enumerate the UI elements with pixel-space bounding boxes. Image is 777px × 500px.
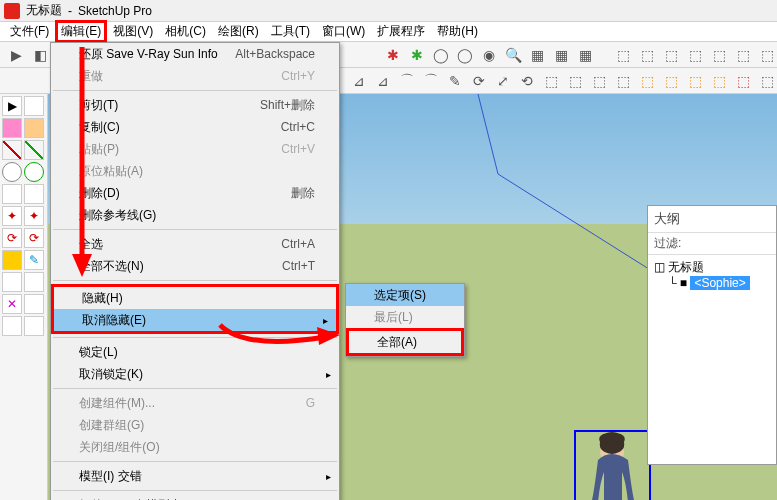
highlight-all: 全部(A): [346, 328, 464, 356]
toolbar-icon[interactable]: ◯: [431, 45, 451, 65]
arc-icon[interactable]: [24, 184, 44, 204]
toolbar-icon[interactable]: ✎: [445, 71, 465, 91]
menu-hide[interactable]: 隐藏(H): [54, 287, 336, 309]
menu-close-component[interactable]: 关闭组/组件(O): [51, 436, 339, 458]
human-figure[interactable]: [576, 432, 649, 500]
outliner-tree[interactable]: ◫ 无标题 └ ■ <Sophie>: [648, 255, 776, 294]
submenu-selected[interactable]: 选定项(S): [346, 284, 464, 306]
menu-extensions[interactable]: 扩展程序: [371, 21, 431, 42]
move-icon[interactable]: ✦: [24, 206, 44, 226]
select-tool-icon[interactable]: ▶: [6, 45, 26, 65]
eraser-icon[interactable]: [2, 118, 22, 138]
toolbar-icon[interactable]: ✱: [407, 45, 427, 65]
toolbar-icon[interactable]: ⬚: [733, 71, 753, 91]
zoom-in-icon[interactable]: 🔍: [503, 45, 523, 65]
tool-icon[interactable]: [24, 316, 44, 336]
svg-marker-6: [72, 254, 92, 277]
toolbar-icon[interactable]: ⬚: [757, 71, 777, 91]
outliner-item[interactable]: └ ■ <Sophie>: [654, 276, 770, 290]
side-view-icon[interactable]: ⬚: [685, 45, 705, 65]
menu-intersect[interactable]: 模型(I) 交错: [51, 465, 339, 487]
menu-tools[interactable]: 工具(T): [265, 21, 316, 42]
toolbar-icon[interactable]: ⌒: [421, 71, 441, 91]
outliner-title: 大纲: [648, 206, 776, 232]
outliner-filter[interactable]: 过滤:: [648, 232, 776, 255]
separator: [53, 461, 337, 462]
menu-camera[interactable]: 相机(C): [159, 21, 212, 42]
line-icon[interactable]: [2, 140, 22, 160]
front-view-icon[interactable]: ⬚: [661, 45, 681, 65]
toolbar-icon[interactable]: ◧: [30, 45, 50, 65]
annotation-arrow-down: [62, 42, 102, 285]
tool-icon[interactable]: [2, 272, 22, 292]
move-icon[interactable]: ✦: [2, 206, 22, 226]
toolbar-icon[interactable]: ⬚: [685, 71, 705, 91]
toolbar-icon[interactable]: ⤢: [493, 71, 513, 91]
toolbar-icon[interactable]: ⊿: [349, 71, 369, 91]
tool-icon[interactable]: [24, 118, 44, 138]
toolbar-icon[interactable]: ✱: [383, 45, 403, 65]
selection-box: [574, 430, 651, 500]
outliner-panel: 大纲 过滤: ◫ 无标题 └ ■ <Sophie>: [647, 205, 777, 465]
toolbar-icon[interactable]: ⬚: [637, 71, 657, 91]
menu-window[interactable]: 窗口(W): [316, 21, 371, 42]
top-view-icon[interactable]: ⬚: [637, 45, 657, 65]
annotation-arrow-right: [215, 315, 345, 358]
toolbar-icon[interactable]: ⌒: [397, 71, 417, 91]
menu-bar: 文件(F) 编辑(E) 视图(V) 相机(C) 绘图(R) 工具(T) 窗口(W…: [0, 22, 777, 42]
tape-icon[interactable]: [2, 250, 22, 270]
menu-draw[interactable]: 绘图(R): [212, 21, 265, 42]
toolbar-icon[interactable]: ⬚: [613, 71, 633, 91]
separator: [53, 490, 337, 491]
toolbar-icon[interactable]: ▦: [575, 45, 595, 65]
menu-help[interactable]: 帮助(H): [431, 21, 484, 42]
tool-icon[interactable]: [24, 294, 44, 314]
line-icon[interactable]: [24, 140, 44, 160]
menu-unlock[interactable]: 取消锁定(K): [51, 363, 339, 385]
rotate-icon[interactable]: ⟳: [24, 228, 44, 248]
view-icon[interactable]: ⬚: [709, 45, 729, 65]
tool-icon[interactable]: [24, 96, 44, 116]
submenu-last[interactable]: 最后(L): [346, 306, 464, 328]
toolbar-icon[interactable]: ◉: [479, 45, 499, 65]
view-icon[interactable]: ⬚: [733, 45, 753, 65]
rotate-icon[interactable]: ⟳: [2, 228, 22, 248]
submenu-all[interactable]: 全部(A): [349, 331, 461, 353]
title-app: SketchUp Pro: [78, 4, 152, 18]
toolbar-icon[interactable]: ▦: [551, 45, 571, 65]
menu-edit[interactable]: 编辑(E): [55, 20, 107, 43]
select-icon[interactable]: ▶: [2, 96, 22, 116]
unhide-submenu: 选定项(S) 最后(L) 全部(A): [345, 283, 465, 357]
left-toolbar: ▶ ✦ ✦ ⟳ ⟳ ✎ ✕: [0, 94, 48, 500]
tool-icon[interactable]: [24, 272, 44, 292]
toolbar-icon[interactable]: ⊿: [373, 71, 393, 91]
toolbar-icon[interactable]: ⬚: [541, 71, 561, 91]
toolbar-icon[interactable]: ⟳: [469, 71, 489, 91]
toolbar-icon[interactable]: ⬚: [565, 71, 585, 91]
svg-marker-7: [317, 327, 340, 345]
tool-icon[interactable]: ✎: [24, 250, 44, 270]
toolbar-icon[interactable]: ⬚: [589, 71, 609, 91]
menu-view[interactable]: 视图(V): [107, 21, 159, 42]
tool-icon[interactable]: ✕: [2, 294, 22, 314]
circle-icon[interactable]: [2, 162, 22, 182]
iso-view-icon[interactable]: ⬚: [613, 45, 633, 65]
toolbar-icon[interactable]: ⟲: [517, 71, 537, 91]
toolbar-icon[interactable]: ▦: [527, 45, 547, 65]
svg-line-0: [478, 94, 498, 174]
separator: [53, 388, 337, 389]
menu-file[interactable]: 文件(F): [4, 21, 55, 42]
toolbar-icon[interactable]: ⬚: [709, 71, 729, 91]
tool-icon[interactable]: [2, 316, 22, 336]
toolbar-icon[interactable]: ◯: [455, 45, 475, 65]
circle-icon[interactable]: [24, 162, 44, 182]
view-icon[interactable]: ⬚: [757, 45, 777, 65]
toolbar-icon[interactable]: ⬚: [661, 71, 681, 91]
outliner-root[interactable]: ◫ 无标题: [654, 259, 770, 276]
arc-icon[interactable]: [2, 184, 22, 204]
menu-component-instance[interactable]: 组件（1，在模型中）: [51, 494, 339, 500]
menu-make-group[interactable]: 创建群组(G): [51, 414, 339, 436]
app-icon: [4, 3, 20, 19]
menu-make-component[interactable]: 创建组件(M)...G: [51, 392, 339, 414]
title-bar: 无标题 - SketchUp Pro: [0, 0, 777, 22]
